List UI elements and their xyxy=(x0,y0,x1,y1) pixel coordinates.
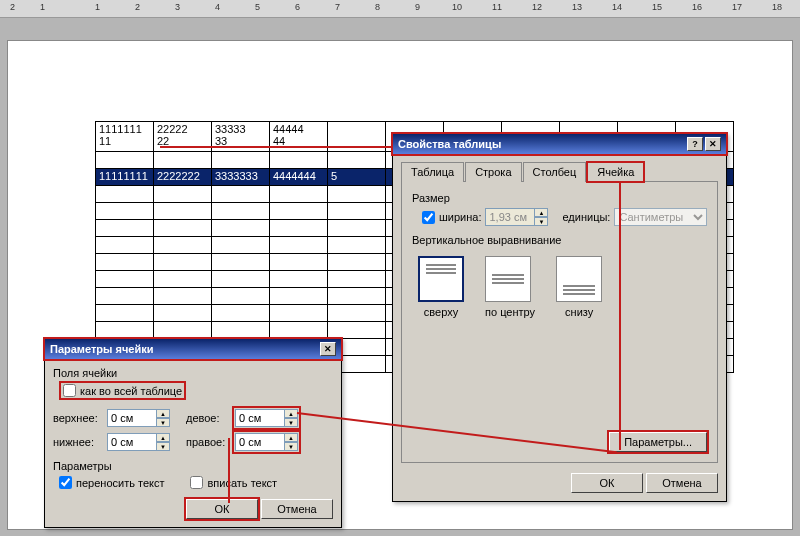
valign-bottom[interactable] xyxy=(556,256,602,302)
tab-table[interactable]: Таблица xyxy=(401,162,464,182)
dialog-title: Параметры ячейки xyxy=(50,343,153,355)
size-label: Размер xyxy=(412,192,707,204)
margin-right-input[interactable] xyxy=(235,433,285,451)
cell-parameters-dialog: Параметры ячейки ✕ Поля ячейки как во вс… xyxy=(44,338,342,528)
selected-cell[interactable]: 3333333 xyxy=(212,169,270,186)
cell[interactable] xyxy=(328,122,386,152)
cell[interactable]: 3333333 xyxy=(212,122,270,152)
tab-row[interactable]: Строка xyxy=(465,162,521,182)
table-properties-dialog: Свойства таблицы ? ✕ Таблица Строка Стол… xyxy=(392,133,727,502)
units-label: единицы: xyxy=(562,211,610,223)
selected-cell[interactable]: 2222222 xyxy=(154,169,212,186)
dialog-titlebar[interactable]: Свойства таблицы ? ✕ xyxy=(393,134,726,154)
parameters-button[interactable]: Параметры... xyxy=(609,432,707,452)
selected-cell[interactable]: 5 xyxy=(328,169,386,186)
cell[interactable]: 4444444 xyxy=(270,122,328,152)
units-select[interactable]: Сантиметры xyxy=(614,208,707,226)
options-label: Параметры xyxy=(53,460,333,472)
close-button[interactable]: ✕ xyxy=(705,137,721,151)
selected-cell[interactable]: 11111111 xyxy=(96,169,154,186)
cancel-button[interactable]: Отмена xyxy=(261,499,333,519)
cancel-button[interactable]: Отмена xyxy=(646,473,718,493)
close-button[interactable]: ✕ xyxy=(320,342,336,356)
margins-label: Поля ячейки xyxy=(53,367,333,379)
selected-cell[interactable]: 4444444 xyxy=(270,169,328,186)
valign-middle[interactable] xyxy=(485,256,531,302)
spin-up[interactable]: ▲ xyxy=(534,208,548,217)
valign-label: Вертикальное выравнивание xyxy=(412,234,707,246)
as-table-checkbox[interactable]: как во всей таблице xyxy=(61,383,184,398)
margin-top-input[interactable] xyxy=(107,409,157,427)
wrap-text-checkbox[interactable]: переносить текст xyxy=(59,476,164,489)
cell[interactable]: 111111111 xyxy=(96,122,154,152)
ok-button[interactable]: ОК xyxy=(571,473,643,493)
valign-top[interactable] xyxy=(418,256,464,302)
ok-button[interactable]: ОК xyxy=(186,499,258,519)
spin-down[interactable]: ▼ xyxy=(534,217,548,226)
dialog-title: Свойства таблицы xyxy=(398,138,501,150)
fit-text-checkbox[interactable]: вписать текст xyxy=(190,476,277,489)
tab-column[interactable]: Столбец xyxy=(523,162,587,182)
cell[interactable]: 2222222 xyxy=(154,122,212,152)
margin-left-input[interactable] xyxy=(235,409,285,427)
margin-bottom-input[interactable] xyxy=(107,433,157,451)
tab-cell[interactable]: Ячейка xyxy=(587,162,644,182)
dialog-titlebar[interactable]: Параметры ячейки ✕ xyxy=(45,339,341,359)
width-input[interactable] xyxy=(485,208,535,226)
width-checkbox[interactable]: ширина: xyxy=(422,211,481,224)
help-button[interactable]: ? xyxy=(687,137,703,151)
horizontal-ruler: 2 1 1 2 3 4 5 6 7 8 9 10 11 12 13 14 15 … xyxy=(0,0,800,18)
